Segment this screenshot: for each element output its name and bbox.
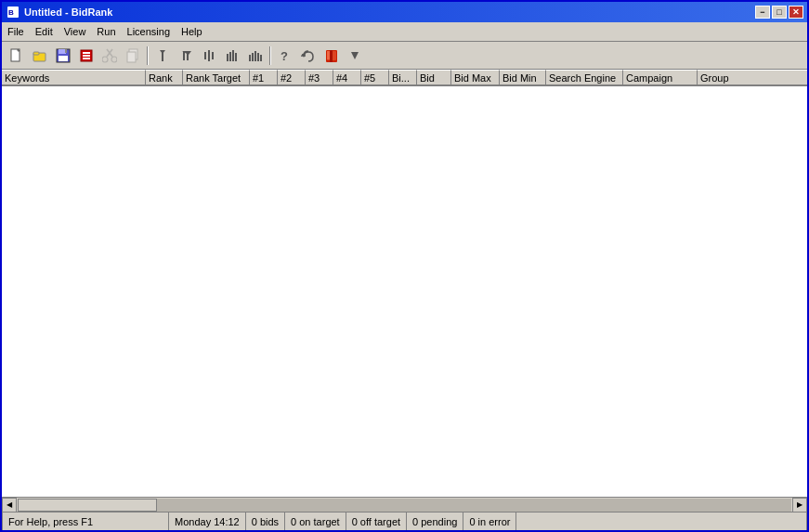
menu-help[interactable]: Help	[176, 24, 208, 39]
svg-rect-9	[59, 56, 68, 61]
menu-run[interactable]: Run	[91, 24, 121, 39]
stop-button[interactable]	[75, 45, 98, 66]
help-text: For Help, press F1	[2, 513, 169, 530]
svg-rect-8	[59, 49, 66, 54]
toolbar-separator-2	[269, 46, 271, 65]
app-icon: B	[6, 5, 20, 19]
new-button[interactable]	[6, 45, 28, 66]
book-button[interactable]	[320, 45, 343, 66]
window-title: Untitled - BidRank	[24, 6, 755, 18]
svg-rect-27	[208, 50, 210, 61]
svg-rect-12	[83, 52, 90, 54]
menu-licensing[interactable]: Licensing	[122, 24, 176, 39]
maximize-button[interactable]: □	[772, 6, 787, 19]
status-pending: 0 pending	[407, 513, 463, 530]
svg-rect-28	[212, 52, 214, 59]
scroll-thumb[interactable]	[18, 499, 157, 512]
scroll-right-button[interactable]: ▶	[792, 498, 807, 513]
svg-rect-14	[83, 58, 90, 59]
col-3[interactable]: #3	[306, 70, 333, 85]
save-button[interactable]	[52, 45, 74, 66]
svg-rect-34	[252, 53, 254, 61]
svg-rect-37	[260, 55, 262, 61]
rank-bar-3-button[interactable]	[198, 45, 220, 66]
col-rank[interactable]: Rank	[146, 70, 183, 85]
open-button[interactable]	[29, 45, 51, 66]
svg-rect-29	[227, 54, 228, 61]
window-controls: − □ ✕	[755, 6, 803, 19]
rank-bar-5-button[interactable]	[244, 45, 267, 66]
svg-rect-13	[83, 55, 90, 57]
menu-edit[interactable]: Edit	[30, 24, 59, 39]
svg-point-18	[111, 57, 117, 62]
main-window: B Untitled - BidRank − □ ✕ File Edit Vie…	[0, 0, 809, 532]
scroll-track[interactable]	[18, 499, 791, 512]
menu-file[interactable]: File	[2, 24, 30, 39]
svg-rect-43	[327, 51, 330, 59]
col-bid-max[interactable]: Bid Max	[451, 70, 500, 85]
menu-view[interactable]: View	[59, 24, 92, 39]
svg-rect-32	[235, 53, 237, 61]
arrow-down-button[interactable]	[344, 45, 366, 66]
scroll-left-button[interactable]: ◀	[2, 498, 17, 513]
table-body	[2, 86, 807, 497]
svg-rect-31	[232, 50, 234, 61]
help-button[interactable]: ?	[274, 45, 296, 66]
content-area: Keywords Rank Rank Target #1 #2 #3 #4 #5…	[2, 70, 807, 497]
status-in-error: 0 in error	[463, 513, 516, 530]
svg-text:B: B	[8, 8, 14, 17]
status-off-target: 0 off target	[346, 513, 407, 530]
svg-rect-6	[33, 52, 39, 55]
svg-rect-10	[65, 49, 67, 53]
close-button[interactable]: ✕	[789, 6, 803, 19]
rank-bar-2-button[interactable]	[175, 45, 197, 66]
svg-text:?: ?	[281, 49, 288, 63]
table-header: Keywords Rank Rank Target #1 #2 #3 #4 #5…	[2, 70, 807, 86]
col-rank-target[interactable]: Rank Target	[183, 70, 250, 85]
status-bids: 0 bids	[246, 513, 285, 530]
col-bid-min[interactable]: Bid Min	[500, 70, 546, 85]
horizontal-scrollbar: ◀ ▶	[2, 497, 807, 512]
copy-button[interactable]	[122, 45, 144, 66]
status-bar: For Help, press F1 Monday 14:12 0 bids 0…	[2, 512, 807, 530]
col-search-engine[interactable]: Search Engine	[546, 70, 623, 85]
toolbar-separator-1	[147, 46, 149, 65]
svg-rect-33	[249, 55, 251, 61]
svg-rect-26	[204, 52, 206, 59]
toolbar: ?	[2, 42, 807, 70]
status-time: Monday 14:12	[169, 513, 246, 530]
col-2[interactable]: #2	[278, 70, 306, 85]
col-group[interactable]: Group	[698, 70, 807, 85]
status-on-target: 0 on target	[285, 513, 346, 530]
status-extra	[516, 513, 807, 530]
col-keywords[interactable]: Keywords	[2, 70, 146, 85]
svg-rect-42	[330, 50, 333, 62]
menu-bar: File Edit View Run Licensing Help	[2, 22, 807, 42]
rank-bar-1-button[interactable]	[151, 45, 174, 66]
title-bar: B Untitled - BidRank − □ ✕	[2, 2, 807, 22]
col-5[interactable]: #5	[361, 70, 389, 85]
undo-button[interactable]	[297, 45, 320, 66]
svg-rect-36	[257, 53, 259, 61]
minimize-button[interactable]: −	[755, 6, 770, 19]
svg-marker-44	[351, 52, 359, 59]
col-4[interactable]: #4	[333, 70, 361, 85]
svg-point-17	[102, 57, 108, 62]
svg-rect-35	[254, 51, 256, 61]
svg-rect-20	[127, 52, 136, 62]
svg-rect-30	[229, 52, 231, 61]
svg-marker-22	[160, 50, 165, 54]
col-campaign[interactable]: Campaign	[623, 70, 698, 85]
cut-button[interactable]	[98, 45, 121, 66]
col-bi[interactable]: Bi...	[389, 70, 417, 85]
col-1[interactable]: #1	[250, 70, 278, 85]
rank-bar-4-button[interactable]	[221, 45, 243, 66]
col-bid[interactable]: Bid	[417, 70, 451, 85]
